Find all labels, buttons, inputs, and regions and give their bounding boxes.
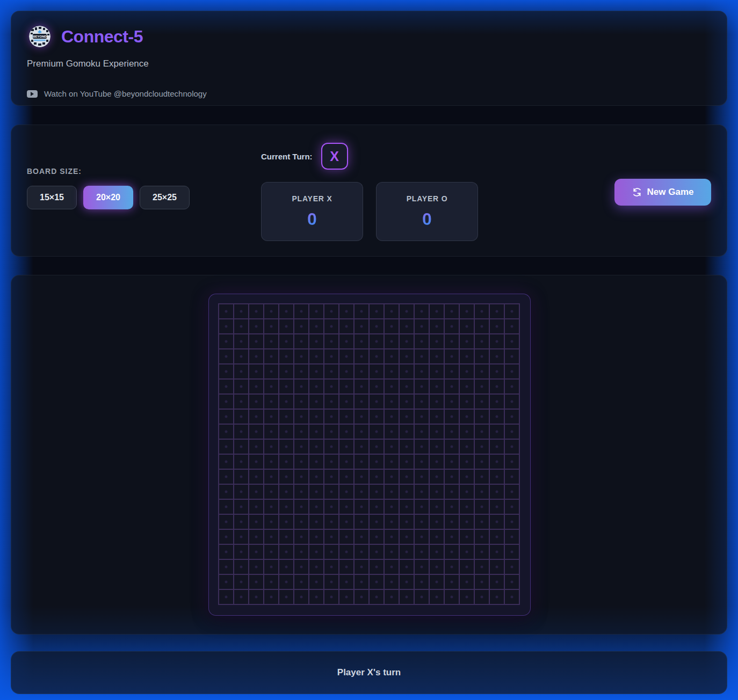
board-cell[interactable] (460, 380, 474, 393)
board-cell[interactable] (219, 470, 233, 484)
board-cell[interactable] (475, 334, 489, 348)
board-cell[interactable] (294, 410, 308, 424)
board-cell[interactable] (219, 349, 233, 363)
board-cell[interactable] (430, 470, 444, 484)
board-cell[interactable] (370, 349, 384, 363)
board-cell[interactable] (294, 515, 308, 529)
board-cell[interactable] (324, 319, 338, 333)
board-cell[interactable] (385, 470, 399, 484)
board-cell[interactable] (400, 500, 414, 514)
board-cell[interactable] (445, 575, 459, 589)
board-cell[interactable] (385, 575, 399, 589)
board-cell[interactable] (234, 560, 248, 574)
board-cell[interactable] (475, 410, 489, 424)
board-cell[interactable] (309, 440, 323, 454)
board-cell[interactable] (294, 545, 308, 559)
board-cell[interactable] (490, 349, 504, 363)
board-cell[interactable] (249, 410, 263, 424)
board-cell[interactable] (415, 395, 429, 409)
board-cell[interactable] (460, 470, 474, 484)
board-cell[interactable] (294, 319, 308, 333)
board-cell[interactable] (294, 485, 308, 499)
board-cell[interactable] (475, 470, 489, 484)
board-cell[interactable] (445, 560, 459, 574)
board-cell[interactable] (234, 500, 248, 514)
board-cell[interactable] (234, 425, 248, 439)
board-cell[interactable] (400, 380, 414, 393)
board-cell[interactable] (264, 425, 278, 439)
board-cell[interactable] (279, 575, 293, 589)
board-cell[interactable] (339, 515, 353, 529)
board-cell[interactable] (354, 455, 368, 469)
board-cell[interactable] (309, 500, 323, 514)
board-cell[interactable] (445, 590, 459, 604)
board-cell[interactable] (249, 334, 263, 348)
board-cell[interactable] (324, 575, 338, 589)
board-cell[interactable] (505, 545, 519, 559)
board-cell[interactable] (370, 364, 384, 378)
board-cell[interactable] (324, 410, 338, 424)
board-cell[interactable] (294, 304, 308, 318)
board-cell[interactable] (490, 590, 504, 604)
board-cell[interactable] (339, 364, 353, 378)
board-cell[interactable] (490, 380, 504, 393)
board-cell[interactable] (324, 364, 338, 378)
board-cell[interactable] (370, 440, 384, 454)
board-cell[interactable] (354, 380, 368, 393)
board-cell[interactable] (279, 319, 293, 333)
board-cell[interactable] (505, 560, 519, 574)
board-cell[interactable] (279, 364, 293, 378)
board-cell[interactable] (219, 530, 233, 544)
board-cell[interactable] (249, 500, 263, 514)
board-cell[interactable] (370, 425, 384, 439)
board-cell[interactable] (430, 319, 444, 333)
board-cell[interactable] (264, 560, 278, 574)
board-cell[interactable] (309, 364, 323, 378)
board-cell[interactable] (430, 380, 444, 393)
board-cell[interactable] (354, 500, 368, 514)
board-cell[interactable] (415, 440, 429, 454)
board-cell[interactable] (415, 530, 429, 544)
board-cell[interactable] (309, 590, 323, 604)
board-cell[interactable] (279, 425, 293, 439)
board-cell[interactable] (475, 590, 489, 604)
board-cell[interactable] (309, 410, 323, 424)
board-cell[interactable] (370, 470, 384, 484)
board-cell[interactable] (294, 349, 308, 363)
board-cell[interactable] (445, 470, 459, 484)
board-cell[interactable] (445, 395, 459, 409)
board-cell[interactable] (460, 304, 474, 318)
board-cell[interactable] (475, 485, 489, 499)
board-cell[interactable] (339, 470, 353, 484)
board-cell[interactable] (370, 334, 384, 348)
board-cell[interactable] (505, 455, 519, 469)
board-cell[interactable] (370, 515, 384, 529)
board-cell[interactable] (279, 500, 293, 514)
board-cell[interactable] (264, 395, 278, 409)
board-cell[interactable] (309, 425, 323, 439)
board-cell[interactable] (339, 380, 353, 393)
board-cell[interactable] (249, 349, 263, 363)
board-cell[interactable] (309, 530, 323, 544)
board-cell[interactable] (490, 425, 504, 439)
board-cell[interactable] (309, 575, 323, 589)
board-cell[interactable] (234, 455, 248, 469)
board-cell[interactable] (234, 334, 248, 348)
board-cell[interactable] (445, 545, 459, 559)
board-cell[interactable] (415, 500, 429, 514)
board-cell[interactable] (445, 455, 459, 469)
board-cell[interactable] (490, 500, 504, 514)
board-cell[interactable] (490, 485, 504, 499)
board-cell[interactable] (264, 545, 278, 559)
board-cell[interactable] (505, 470, 519, 484)
board-cell[interactable] (219, 485, 233, 499)
board-cell[interactable] (400, 334, 414, 348)
board-cell[interactable] (324, 334, 338, 348)
board-cell[interactable] (219, 515, 233, 529)
board-cell[interactable] (430, 364, 444, 378)
board-cell[interactable] (279, 380, 293, 393)
board-cell[interactable] (339, 349, 353, 363)
board-cell[interactable] (249, 470, 263, 484)
board-cell[interactable] (505, 530, 519, 544)
board-cell[interactable] (475, 380, 489, 393)
